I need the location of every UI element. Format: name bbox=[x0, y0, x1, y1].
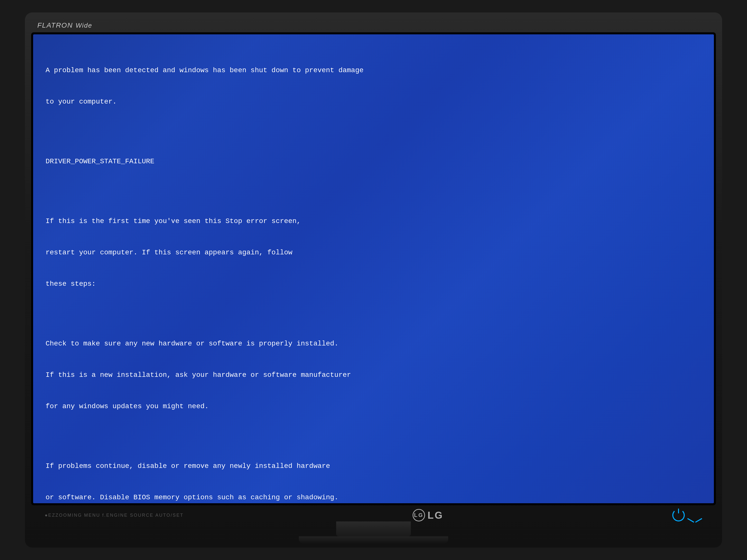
brand-text: FLATRON bbox=[37, 21, 73, 29]
bsod-line-10: or software. Disable BIOS memory options… bbox=[46, 492, 701, 503]
screen-bezel: A problem has been detected and windows … bbox=[31, 32, 716, 505]
bsod-line-9: If problems continue, disable or remove … bbox=[46, 461, 701, 472]
lg-circle-icon: LG bbox=[413, 509, 425, 522]
bsod-error-code: DRIVER_POWER_STATE_FAILURE bbox=[46, 156, 701, 167]
bsod-line-7: If this is a new installation, ask your … bbox=[46, 370, 701, 380]
power-icon[interactable] bbox=[672, 509, 685, 522]
bsod-line-6: Check to make sure any new hardware or s… bbox=[46, 339, 701, 349]
brand-suffix: Wide bbox=[76, 22, 93, 29]
bsod-spacer-1 bbox=[46, 128, 701, 135]
monitor-bottom-bar: ●EZZOOMING MENU f.ENGINE SOURCE AUTO/SET… bbox=[30, 509, 717, 522]
monitor-top-bar: FLATRON Wide bbox=[30, 18, 717, 32]
monitor-stand bbox=[336, 522, 411, 536]
monitor-controls: ●EZZOOMING MENU f.ENGINE SOURCE AUTO/SET bbox=[45, 513, 184, 518]
bsod-line-1: A problem has been detected and windows … bbox=[46, 65, 701, 76]
chevron-down-icon[interactable] bbox=[687, 511, 702, 519]
bsod-line-4: restart your computer. If this screen ap… bbox=[46, 247, 701, 258]
lg-logo: LG LG bbox=[413, 509, 443, 522]
power-area bbox=[672, 509, 702, 522]
bsod-line-5: these steps: bbox=[46, 279, 701, 289]
lg-text: LG bbox=[428, 510, 443, 521]
bsod-spacer-2 bbox=[46, 188, 701, 195]
bsod-spacer-3 bbox=[46, 310, 701, 318]
monitor-foot bbox=[299, 536, 448, 544]
bsod-line-8: for any windows updates you might need. bbox=[46, 401, 701, 412]
monitor-brand: FLATRON Wide bbox=[37, 20, 93, 30]
bsod-spacer-4 bbox=[46, 432, 701, 440]
monitor-bottom: ●EZZOOMING MENU f.ENGINE SOURCE AUTO/SET… bbox=[30, 505, 717, 548]
bsod-screen: A problem has been detected and windows … bbox=[33, 34, 714, 503]
bsod-content: A problem has been detected and windows … bbox=[46, 44, 701, 503]
bsod-line-3: If this is the first time you've seen th… bbox=[46, 216, 701, 226]
bsod-line-2: to your computer. bbox=[46, 97, 701, 107]
monitor: FLATRON Wide A problem has been detected… bbox=[25, 12, 722, 548]
